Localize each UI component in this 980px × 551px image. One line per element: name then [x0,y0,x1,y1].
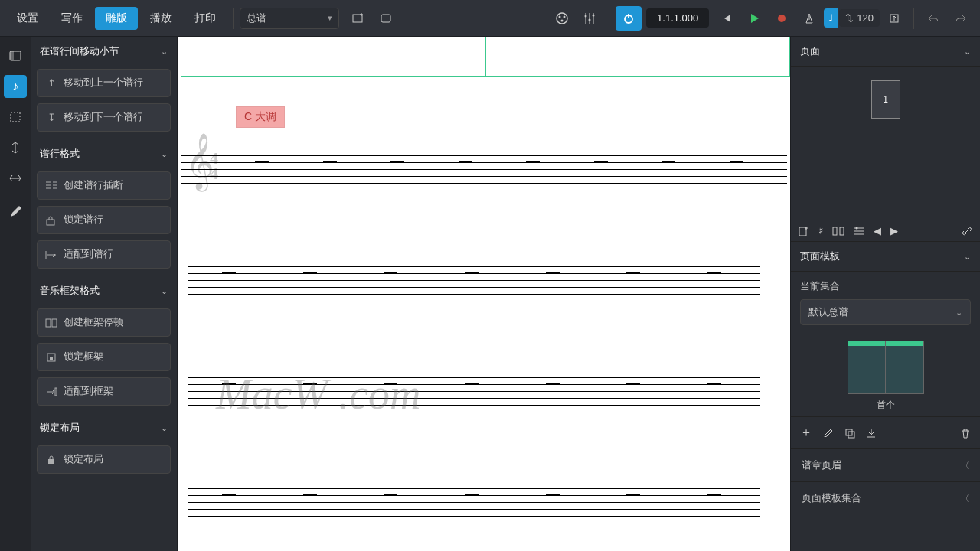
whole-rest [546,383,560,384]
power-button[interactable] [616,6,642,31]
chevron-down-icon: ⌄ [964,47,971,57]
menu-write[interactable]: 写作 [51,7,93,30]
move-prev-system-button[interactable]: ↥ 移动到上一个谱行 [37,69,171,97]
staff-lines [188,377,760,405]
btn-label: 移动到下一个谱行 [64,111,143,124]
barline [364,155,364,156]
new-tab-button[interactable] [345,6,371,31]
layout-select[interactable]: 总谱 ▾ [240,8,339,29]
page-thumbnails: 1 [791,67,980,220]
menu-engrave[interactable]: 雕版 [95,7,138,30]
svg-rect-22 [799,227,806,236]
text-frame-top[interactable] [181,37,790,77]
rewind-button[interactable] [714,6,740,31]
edit-tool-button[interactable] [4,201,27,223]
svg-point-3 [559,15,561,18]
divider [233,8,234,29]
create-system-break-button[interactable]: 创建谱行插断 [37,171,171,200]
panel-toggle-button[interactable] [4,44,27,67]
create-frame-break-button[interactable]: 创建框架停顿 [37,308,171,337]
play-button[interactable] [741,6,767,31]
transport-position[interactable]: 1.1.1.000 [646,8,709,28]
barline [593,266,594,267]
text-frame-left[interactable] [181,37,485,77]
add-icon[interactable]: ＋ [800,425,812,441]
staff-spacing-button[interactable] [4,136,27,159]
score-view[interactable]: C 大调 𝄞 44 MacW .com [178,37,790,551]
section-lock-layout[interactable]: 锁定布局 ⌄ [31,413,177,442]
template-set-select[interactable]: 默认总谱 ⌄ [800,299,971,325]
menu-setup[interactable]: 设置 [6,7,49,30]
mixer-icon[interactable] [577,6,603,31]
btn-label: 移动到上一个谱行 [64,77,143,90]
barline [296,155,297,156]
duplicate-icon[interactable] [844,428,855,439]
barline [432,155,433,156]
divider [913,8,914,29]
menu-print[interactable]: 打印 [184,7,227,30]
undo-button[interactable] [920,6,946,31]
trash-icon[interactable] [960,428,971,439]
swap-icon[interactable] [832,227,844,236]
section-title: 页面模板 [800,249,840,263]
svg-rect-23 [833,227,837,235]
tempo-display[interactable]: ♩ [824,8,838,28]
record-button[interactable] [769,6,795,31]
text-frame-right[interactable] [485,37,790,77]
btn-label: 锁定谱行 [64,214,103,227]
template-header[interactable]: 页面模板 ⌄ [791,242,980,272]
download-icon[interactable] [866,428,877,439]
section-frame-format[interactable]: 音乐框架格式 ⌄ [31,276,177,305]
template-set-row[interactable]: 页面模板集合 〈 [791,482,980,514]
chevron-left-icon: 〈 [961,460,969,471]
frame-break-icon [45,317,57,329]
whole-rest [662,161,675,162]
lock-layout-button[interactable]: 锁定布局 [37,445,171,474]
btn-label: 适配到框架 [64,385,113,398]
window-button[interactable] [373,6,399,31]
page-thumb-1[interactable]: 1 [871,80,900,119]
export-icon[interactable] [881,6,907,31]
chevron-left-icon: 〈 [961,493,969,504]
note-tool-button[interactable]: ♪ [4,75,27,98]
next-page-icon[interactable]: ▶ [890,225,898,236]
barline [674,488,675,489]
key-signature-flag[interactable]: C 大调 [236,106,285,128]
whole-rest [594,161,608,162]
video-icon[interactable] [549,6,575,31]
svg-point-7 [589,18,591,21]
edit-icon[interactable] [823,428,834,439]
staff-system[interactable] [188,266,760,294]
section-move-bars[interactable]: 在谱行间移动小节 ⌄ [31,37,177,66]
pages-header[interactable]: 页面 ⌄ [791,37,980,67]
barline [270,488,270,489]
frame-tool-button[interactable] [4,106,27,129]
fit-to-frame-button[interactable]: 适配到框架 [37,377,171,406]
barline [270,266,270,267]
flow-heading-row[interactable]: 谱章页眉 〈 [791,449,980,482]
sharp-icon[interactable]: ♯ [818,225,823,236]
section-system-format[interactable]: 谱行格式 ⌄ [31,139,177,168]
add-page-icon[interactable] [799,226,809,236]
staff-system[interactable] [188,488,760,516]
tempo-value-box[interactable]: ⇅ 120 [839,9,880,27]
lock-frame-button[interactable]: 锁定框架 [37,343,171,371]
redo-button[interactable] [948,6,974,31]
lock-system-button[interactable]: 锁定谱行 [37,206,171,234]
section-title: 页面 [800,44,820,58]
staff-system[interactable] [188,377,760,405]
whole-rest [323,161,337,162]
section-title: 在谱行间移动小节 [40,44,119,58]
list-icon[interactable] [854,227,864,236]
menu-play[interactable]: 播放 [139,7,182,30]
unlink-icon[interactable] [962,226,972,236]
whole-rest [626,272,640,273]
prev-page-icon[interactable]: ◀ [874,225,881,236]
note-spacing-button[interactable] [4,167,27,190]
staff-system[interactable]: 𝄞 44 [181,155,787,183]
whole-rest [384,494,397,495]
move-next-system-button[interactable]: ↧ 移动到下一个谱行 [37,103,171,132]
metronome-icon[interactable] [796,6,822,31]
template-thumb-first[interactable] [848,341,924,394]
fit-to-system-button[interactable]: 适配到谱行 [37,240,171,269]
